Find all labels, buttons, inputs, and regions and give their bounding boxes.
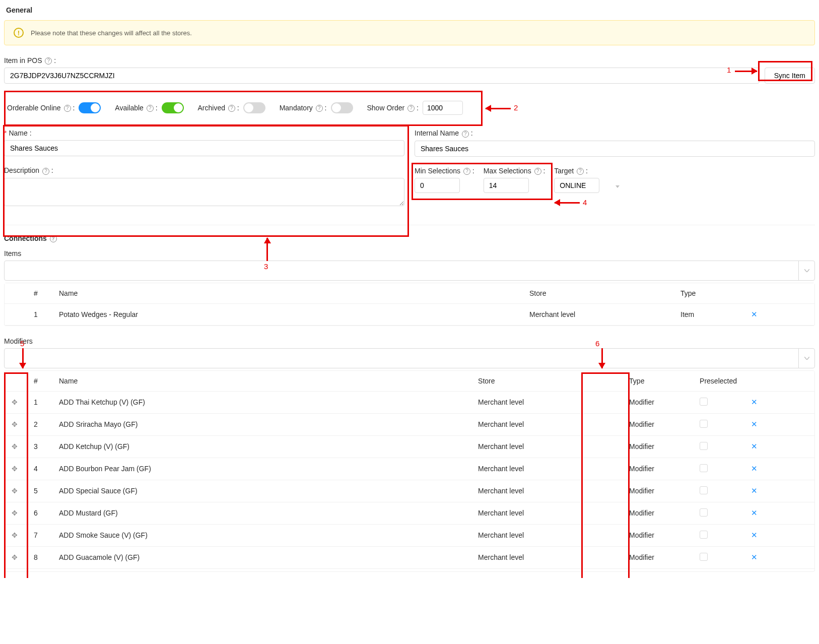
preselected-checkbox[interactable] [700, 398, 708, 406]
row-name: ADD Sriracha Mayo (GF) [52, 413, 471, 435]
item-in-pos-label: Item in POS ? : [4, 56, 56, 65]
items-table: # Name Store Type 1Potato Wedges - Regul… [5, 283, 814, 326]
row-store: Merchant level [522, 303, 673, 325]
row-type: Modifier [622, 413, 693, 435]
preselected-checkbox[interactable] [700, 420, 708, 428]
row-name: Potato Wedges - Regular [52, 303, 522, 325]
row-type: Modifier [622, 546, 693, 568]
help-icon[interactable]: ? [407, 105, 415, 112]
drag-handle-icon[interactable]: ✥ [5, 413, 27, 435]
orderable-online-toggle[interactable] [79, 102, 101, 113]
warning-text: Please note that these changes will affe… [31, 29, 192, 37]
table-row: ✥4ADD Bourbon Pear Jam (GF)Merchant leve… [5, 458, 814, 480]
row-type: Modifier [622, 435, 693, 458]
row-num: 1 [27, 303, 52, 325]
target-select[interactable] [554, 178, 599, 193]
items-picker[interactable] [4, 261, 815, 281]
table-row: 1Potato Wedges - RegularMerchant levelIt… [5, 303, 814, 325]
row-num: 6 [27, 502, 52, 524]
general-heading: General [6, 6, 815, 14]
name-label: *Name : [4, 129, 404, 137]
row-store: Merchant level [471, 568, 622, 572]
row-name: ADD Smoke Sauce (V) (GF) [52, 524, 471, 546]
remove-button[interactable]: ✕ [751, 531, 758, 540]
drag-handle-icon[interactable]: ✥ [5, 391, 27, 413]
help-icon[interactable]: ? [45, 57, 52, 65]
col-hash: # [27, 371, 52, 392]
drag-handle-icon[interactable]: ✥ [5, 546, 27, 568]
help-icon[interactable]: ? [534, 168, 541, 175]
show-order-input[interactable] [423, 101, 463, 115]
min-selections-label: Min Selections ? : [415, 167, 474, 175]
preselected-checkbox[interactable] [700, 553, 708, 561]
remove-button[interactable]: ✕ [751, 442, 758, 451]
items-label: Items [4, 249, 815, 257]
preselected-checkbox[interactable] [700, 442, 708, 450]
max-selections-label: Max Selections ? : [484, 167, 545, 175]
drag-handle-icon[interactable]: ✥ [5, 524, 27, 546]
row-type: Modifier [622, 524, 693, 546]
modifiers-picker[interactable] [4, 348, 815, 368]
col-hash: # [27, 283, 52, 304]
row-name: ADD Mustard (GF) [52, 502, 471, 524]
help-icon[interactable]: ? [463, 168, 470, 175]
available-toggle[interactable] [162, 102, 184, 113]
table-row: ✥1ADD Thai Ketchup (V) (GF)Merchant leve… [5, 391, 814, 413]
description-input[interactable] [4, 178, 404, 206]
drag-handle-icon[interactable]: ✥ [5, 458, 27, 480]
row-num: 8 [27, 546, 52, 568]
help-icon[interactable]: ? [64, 105, 71, 112]
table-row: ✥5ADD Special Sauce (GF)Merchant levelMo… [5, 480, 814, 502]
table-row: ✥9ADD Buttermilk Ranch (GF)Merchant leve… [5, 568, 814, 572]
row-type: Modifier [622, 568, 693, 572]
drag-handle-icon[interactable]: ✥ [5, 502, 27, 524]
item-in-pos-input[interactable] [4, 68, 760, 84]
row-num: 5 [27, 480, 52, 502]
row-num: 2 [27, 413, 52, 435]
col-name: Name [52, 371, 471, 392]
remove-button[interactable]: ✕ [751, 486, 758, 495]
row-num: 1 [27, 391, 52, 413]
help-icon[interactable]: ? [50, 235, 57, 242]
help-icon[interactable]: ? [462, 131, 469, 138]
connections-heading: Connections ? [4, 234, 815, 242]
mandatory-toggle[interactable] [331, 102, 353, 113]
max-selections-input[interactable] [484, 178, 529, 193]
row-name: ADD Special Sauce (GF) [52, 480, 471, 502]
help-icon[interactable]: ? [42, 168, 49, 175]
help-icon[interactable]: ? [228, 105, 235, 112]
preselected-checkbox[interactable] [700, 508, 708, 517]
help-icon[interactable]: ? [147, 105, 154, 112]
sync-item-button[interactable]: Sync Item [765, 68, 815, 84]
remove-button[interactable]: ✕ [751, 464, 758, 473]
row-num: 7 [27, 524, 52, 546]
drag-handle-icon[interactable]: ✥ [5, 568, 27, 572]
remove-button[interactable]: ✕ [751, 398, 758, 407]
col-store: Store [522, 283, 673, 304]
row-name: ADD Guacamole (V) (GF) [52, 546, 471, 568]
remove-button[interactable]: ✕ [751, 310, 758, 319]
remove-button[interactable]: ✕ [751, 508, 758, 518]
archived-label: Archived ? : [198, 104, 239, 112]
drag-handle-icon[interactable]: ✥ [5, 480, 27, 502]
col-preselected: Preselected [693, 371, 744, 392]
preselected-checkbox[interactable] [700, 486, 708, 494]
preselected-checkbox[interactable] [700, 464, 708, 472]
help-icon[interactable]: ? [316, 105, 323, 112]
row-store: Merchant level [471, 524, 622, 546]
preselected-checkbox[interactable] [700, 531, 708, 539]
remove-button[interactable]: ✕ [751, 420, 758, 429]
help-icon[interactable]: ? [577, 168, 584, 175]
archived-toggle[interactable] [243, 102, 265, 113]
description-label: Description ? : [4, 166, 404, 174]
col-type: Type [673, 283, 744, 304]
row-num: 9 [27, 568, 52, 572]
drag-handle-icon[interactable]: ✥ [5, 435, 27, 458]
name-input[interactable] [4, 140, 404, 156]
remove-button[interactable]: ✕ [751, 553, 758, 562]
table-row: ✥3ADD Ketchup (V) (GF)Merchant levelModi… [5, 435, 814, 458]
min-selections-input[interactable] [415, 178, 460, 193]
internal-name-input[interactable] [415, 141, 815, 157]
row-store: Merchant level [471, 435, 622, 458]
row-store: Merchant level [471, 391, 622, 413]
